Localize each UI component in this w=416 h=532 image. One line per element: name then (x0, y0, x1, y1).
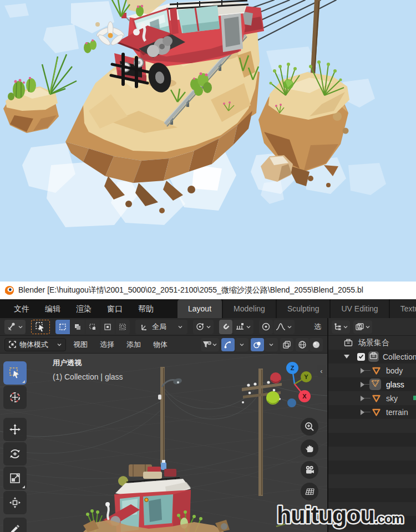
chevron-down-icon (206, 324, 211, 330)
window-title: Blender [E:\huitugou详情\2001_5000\02_2051… (18, 285, 363, 295)
menu-window[interactable]: 窗口 (100, 299, 130, 318)
select-box-icon (35, 321, 46, 332)
light-spheres (266, 372, 281, 405)
show-gizmo-toggle[interactable] (221, 338, 235, 351)
pan-button[interactable] (301, 439, 318, 457)
viewport-menu-add[interactable]: 添加 (121, 340, 146, 350)
tool-cursor[interactable] (3, 386, 27, 409)
snap-toggle-button[interactable] (219, 320, 232, 334)
viewport-menu-view[interactable]: 视图 (68, 340, 93, 350)
chevron-down-icon (239, 342, 245, 347)
menu-edit[interactable]: 编辑 (38, 299, 68, 318)
tool-transform[interactable] (3, 491, 27, 514)
tab-texture-paint[interactable]: Texture Paint (390, 299, 416, 318)
expand-icon[interactable] (361, 382, 364, 387)
tool-annotate[interactable] (3, 518, 27, 532)
xray-toggle[interactable] (280, 338, 293, 351)
viewport-header: 物体模式 视图 选择 添加 物体 (0, 336, 327, 354)
overlays-dropdown[interactable] (265, 338, 278, 351)
axis-x-label: X (302, 393, 307, 400)
view-layer-icon (355, 323, 364, 331)
chevron-down-icon (365, 324, 371, 330)
editor-type-dropdown[interactable] (332, 320, 350, 334)
expand-icon[interactable] (361, 396, 364, 401)
tab-uv-editing[interactable]: UV Editing (331, 299, 389, 318)
selection-marker (413, 396, 416, 400)
zoom-button[interactable] (301, 418, 318, 436)
show-overlays-toggle[interactable] (251, 338, 264, 351)
viewport-menu-object[interactable]: 物体 (148, 340, 173, 350)
options-label-clipped[interactable]: 选 (314, 322, 323, 332)
workspace-tabs: Layout Modeling Sculpting UV Editing Tex… (177, 299, 416, 318)
active-tool-dropdown[interactable] (4, 320, 26, 334)
select-mode-new[interactable] (55, 320, 70, 334)
tool-move[interactable] (3, 418, 27, 441)
overlays-icon (253, 340, 262, 349)
snap-target-dropdown[interactable] (233, 320, 253, 334)
tool-select-box[interactable] (3, 361, 27, 385)
shading-wireframe-button[interactable] (296, 338, 309, 351)
visibility-funnel-icon (202, 340, 211, 349)
camera-view-button[interactable] (301, 461, 318, 479)
expand-icon[interactable] (344, 355, 349, 359)
chevron-down-icon (343, 324, 348, 330)
outliner-row-scene-collection[interactable]: 场景集合 (328, 336, 416, 350)
viewport-truck[interactable] (83, 460, 230, 532)
select-box-tool-button[interactable] (31, 320, 50, 334)
rotate-icon (8, 447, 22, 461)
chevron-down-icon (268, 342, 274, 347)
viewport-menu-select[interactable]: 选择 (95, 340, 119, 350)
shading-mode-group (296, 338, 323, 351)
select-mode-group (55, 320, 130, 334)
transform-orientation-dropdown[interactable]: 全局 (135, 320, 187, 334)
gizmo-dropdown[interactable] (235, 338, 248, 351)
collection-checkbox[interactable] (357, 353, 365, 361)
falloff-curve-icon (276, 323, 286, 331)
menu-file[interactable]: 文件 (7, 299, 37, 318)
pivot-icon (195, 322, 205, 331)
chevron-down-icon (246, 324, 251, 330)
axis-z-label: Z (291, 365, 295, 371)
menu-render[interactable]: 渲染 (69, 299, 99, 318)
active-object-info: (1) Collection | glass (53, 372, 123, 381)
tab-modeling[interactable]: Modeling (223, 299, 277, 318)
object-visibility-dropdown[interactable] (201, 338, 219, 351)
tool-scale[interactable] (3, 467, 27, 490)
object-label: glass (386, 380, 404, 389)
perspective-toggle-button[interactable] (301, 483, 318, 500)
chevron-down-icon (18, 324, 23, 330)
hand-icon (305, 443, 314, 453)
outliner-row-glass[interactable]: glass (328, 377, 416, 391)
expand-icon[interactable] (361, 410, 364, 415)
mode-dropdown[interactable]: 物体模式 (4, 338, 66, 351)
mesh-data-icon (372, 394, 381, 403)
select-mode-invert[interactable] (100, 320, 115, 334)
display-mode-dropdown[interactable] (353, 320, 372, 334)
object-label: sky (386, 394, 398, 403)
shading-solid-button[interactable] (310, 338, 323, 351)
select-mode-intersect[interactable] (115, 320, 130, 334)
navigation-gizmo[interactable]: Z Y X (280, 361, 320, 411)
pivot-point-dropdown[interactable] (193, 320, 214, 334)
watermark: huitugou.com (276, 499, 415, 532)
mesh-data-icon (372, 408, 381, 417)
outliner-row-sky[interactable]: sky (328, 391, 416, 405)
outliner-row-body[interactable]: body (328, 364, 416, 377)
mesh-data-icon-selected (369, 378, 381, 390)
select-mode-extend[interactable] (70, 320, 85, 334)
proportional-falloff-dropdown[interactable] (273, 320, 295, 334)
outliner-row-terrain[interactable]: terrain (328, 405, 416, 419)
select-mode-subtract[interactable] (85, 320, 100, 334)
watermark-main: huitugou (277, 502, 374, 528)
proportional-edit-toggle[interactable] (259, 320, 273, 334)
tab-layout[interactable]: Layout (177, 299, 223, 318)
menu-help[interactable]: 帮助 (131, 299, 161, 318)
sidebar-collapse-tab[interactable]: ‹ (317, 365, 326, 377)
tool-rotate[interactable] (3, 442, 27, 466)
outliner-row-collection[interactable]: Collection (328, 350, 416, 364)
gizmo-negative-axis[interactable] (287, 398, 296, 407)
tab-sculpting[interactable]: Sculpting (277, 299, 331, 318)
chevron-down-icon (287, 324, 292, 330)
expand-icon[interactable] (361, 368, 364, 374)
mode-label: 物体模式 (19, 340, 48, 350)
